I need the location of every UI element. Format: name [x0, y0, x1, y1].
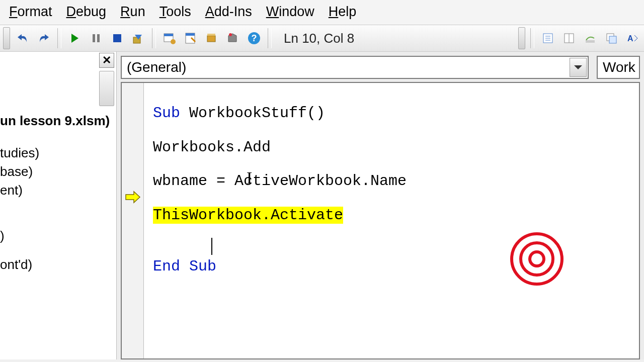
- toolbar-separator: [530, 28, 534, 48]
- menu-tools[interactable]: Tools: [159, 4, 191, 20]
- menu-addins[interactable]: Add-Ins: [205, 4, 252, 20]
- svg-rect-16: [586, 40, 595, 43]
- tool-icon[interactable]: [560, 30, 578, 47]
- properties-button[interactable]: [182, 30, 199, 47]
- menu-debug[interactable]: Debug: [66, 4, 107, 20]
- svg-rect-10: [207, 34, 215, 36]
- undo-button[interactable]: [14, 30, 31, 47]
- toolbar-separator: [152, 28, 156, 48]
- chevron-down-icon[interactable]: [570, 58, 587, 77]
- cursor-position: Ln 10, Col 8: [277, 31, 354, 46]
- svg-point-11: [229, 33, 232, 36]
- project-explorer-panel: ✕ un lesson 9.xlsm) tudies) base) ent) )…: [0, 52, 117, 359]
- panel-grip[interactable]: [99, 71, 114, 106]
- code-editor[interactable]: Sub WorkbookStuff() Workbooks.Add wbname…: [121, 82, 640, 359]
- list-item[interactable]: ont'd): [0, 255, 116, 274]
- project-name: un lesson 9.xlsm): [0, 112, 116, 144]
- menu-help[interactable]: Help: [329, 4, 357, 20]
- procedure-dropdown[interactable]: Work: [597, 56, 640, 79]
- svg-rect-2: [113, 34, 121, 42]
- help-icon[interactable]: ?: [246, 30, 263, 47]
- svg-point-6: [171, 39, 176, 44]
- menu-bar: Format Debug Run Tools Add-Ins Window He…: [0, 0, 644, 25]
- tool-icon[interactable]: [603, 30, 620, 47]
- current-line-arrow-icon: [125, 191, 141, 204]
- svg-rect-1: [97, 34, 100, 42]
- code-text[interactable]: Sub WorkbookStuff() Workbooks.Add wbname…: [144, 83, 416, 358]
- svg-rect-9: [207, 36, 215, 42]
- toolbar-separator: [268, 28, 272, 48]
- toolbar: ? Ln 10, Col 8 A: [0, 25, 644, 52]
- menu-format[interactable]: Format: [9, 4, 52, 20]
- redo-button[interactable]: [35, 30, 52, 47]
- list-item[interactable]: base): [0, 162, 116, 181]
- svg-rect-8: [186, 33, 195, 36]
- stop-button[interactable]: [109, 30, 126, 47]
- object-browser-button[interactable]: [203, 30, 220, 47]
- menu-run[interactable]: Run: [120, 4, 145, 20]
- toolbox-button[interactable]: [224, 30, 242, 47]
- toolbar-grip[interactable]: [518, 27, 525, 49]
- toolbar-grip[interactable]: [3, 27, 10, 49]
- list-item[interactable]: ent): [0, 181, 116, 200]
- close-icon[interactable]: ✕: [99, 53, 114, 68]
- svg-rect-0: [93, 34, 95, 42]
- break-button[interactable]: [88, 30, 105, 47]
- svg-rect-5: [164, 34, 173, 36]
- tool-icon[interactable]: [582, 30, 599, 47]
- design-mode-button[interactable]: [130, 30, 147, 47]
- object-dropdown[interactable]: (General): [121, 56, 589, 79]
- svg-text:A: A: [627, 34, 633, 43]
- menu-window[interactable]: Window: [266, 4, 314, 20]
- svg-rect-18: [609, 36, 616, 43]
- tool-icon[interactable]: A: [624, 30, 641, 47]
- procedure-dropdown-value: Work: [603, 59, 635, 75]
- tool-icon[interactable]: [539, 30, 556, 47]
- list-item[interactable]: ): [0, 227, 116, 245]
- list-item[interactable]: tudies): [0, 144, 116, 162]
- project-explorer-button[interactable]: [161, 30, 178, 47]
- run-button[interactable]: [66, 30, 84, 47]
- text-cursor: [211, 238, 212, 255]
- project-items: tudies) base) ent) ) ont'd): [0, 144, 116, 274]
- toolbar-separator: [57, 28, 61, 48]
- object-dropdown-value: (General): [127, 59, 186, 75]
- code-margin: [122, 83, 144, 358]
- text-caret-icon: I: [247, 168, 252, 188]
- svg-text:?: ?: [252, 33, 257, 43]
